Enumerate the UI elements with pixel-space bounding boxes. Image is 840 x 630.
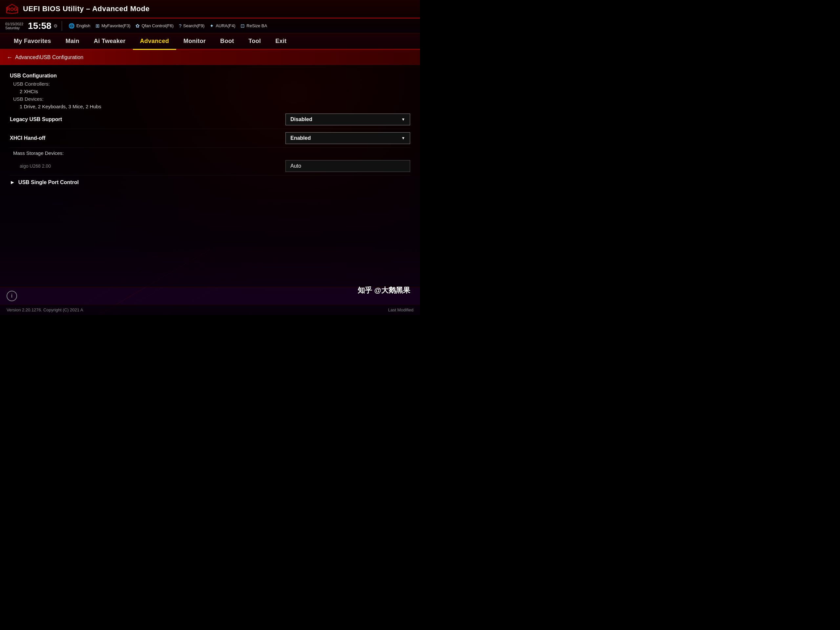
usb-controllers-value: 2 XHCIs (10, 88, 410, 95)
xhci-handoff-label: XHCI Hand-off (10, 135, 45, 141)
time-block: 15:58 ⚙ (28, 21, 58, 30)
usb-devices-value: 1 Drive, 2 Keyboards, 3 Mice, 2 Hubs (10, 103, 410, 110)
nav-item-monitor[interactable]: Monitor (176, 33, 213, 50)
myfavorite-button[interactable]: ⊞ MyFavorite(F3) (93, 22, 133, 30)
nav-item-boot[interactable]: Boot (213, 33, 241, 50)
usb-single-port-expand-icon: ► (10, 180, 15, 185)
footer-modified: Last Modified (388, 308, 414, 313)
qfan-button[interactable]: ✿ Qfan Control(F6) (133, 22, 176, 30)
aigo-device-dropdown[interactable]: Auto (286, 160, 410, 172)
xhci-handoff-dropdown[interactable]: Enabled ▼ (286, 132, 410, 144)
xhci-handoff-value: Enabled (291, 135, 311, 141)
divider (62, 21, 62, 31)
search-button[interactable]: ? Search(F9) (176, 22, 207, 29)
legacy-usb-dropdown[interactable]: Disabled ▼ (286, 114, 410, 125)
dropdown-arrow-icon: ▼ (401, 117, 405, 122)
aigo-device-value: Auto (291, 163, 301, 169)
aura-button[interactable]: ✦ AURA(F4) (207, 22, 238, 30)
nav-bar: My Favorites Main Ai Tweaker Advanced Mo… (0, 33, 420, 50)
breadcrumb-back-button[interactable]: ← (6, 54, 13, 61)
watermark: 知乎 @大鹅黑果 (358, 286, 410, 295)
header-bar: ROG UEFI BIOS Utility – Advanced Mode (0, 0, 420, 18)
section-title: USB Configuration (10, 70, 410, 80)
nav-item-main[interactable]: Main (58, 33, 87, 50)
fan-icon: ✿ (136, 23, 140, 29)
nav-item-advanced[interactable]: Advanced (133, 33, 176, 50)
globe-icon: 🌐 (69, 23, 75, 29)
legacy-usb-label: Legacy USB Support (10, 117, 62, 122)
nav-item-ai-tweaker[interactable]: Ai Tweaker (87, 33, 133, 50)
dropdown-arrow-icon-2: ▼ (401, 136, 405, 141)
usb-single-port-row[interactable]: ► USB Single Port Control (10, 175, 410, 189)
rog-logo-icon: ROG (5, 4, 19, 14)
footer-version: Version 2.20.1276. Copyright (C) 2021 A (6, 308, 83, 313)
usb-controllers-label: USB Controllers: (10, 80, 410, 88)
mass-storage-label-row: Mass Storage Devices: (10, 148, 410, 157)
bottom-area: i (0, 287, 420, 305)
datetime-block: 01/15/2022 Saturday (5, 22, 23, 30)
bios-title: UEFI BIOS Utility – Advanced Mode (23, 5, 150, 13)
nav-item-exit[interactable]: Exit (268, 33, 294, 50)
xhci-handoff-row: XHCI Hand-off Enabled ▼ (10, 129, 410, 148)
resize-button[interactable]: ⊡ ReSize BA (238, 22, 270, 30)
resize-icon: ⊡ (240, 23, 245, 29)
favorite-icon: ⊞ (95, 23, 100, 29)
footer-bar: Version 2.20.1276. Copyright (C) 2021 A … (0, 305, 420, 315)
usb-single-port-label: USB Single Port Control (18, 180, 79, 185)
usb-devices-label: USB Devices: (10, 95, 410, 103)
aura-icon: ✦ (210, 23, 214, 29)
nav-item-my-favorites[interactable]: My Favorites (6, 33, 58, 50)
gear-icon[interactable]: ⚙ (54, 23, 58, 28)
time-display: 15:58 (28, 21, 52, 30)
date-text: 01/15/2022 Saturday (5, 22, 23, 30)
legacy-usb-value: Disabled (291, 117, 313, 122)
language-button[interactable]: 🌐 English (66, 22, 93, 30)
breadcrumb-bar: ← Advanced\USB Configuration (0, 50, 420, 65)
content-area: USB Configuration USB Controllers: 2 XHC… (0, 65, 420, 287)
legacy-usb-support-row: Legacy USB Support Disabled ▼ (10, 110, 410, 129)
info-bar: 01/15/2022 Saturday 15:58 ⚙ 🌐 English ⊞ … (0, 18, 420, 33)
aigo-device-label: aigo U268 2.00 (10, 163, 51, 169)
aigo-device-row: aigo U268 2.00 Auto (10, 157, 410, 175)
breadcrumb-path: Advanced\USB Configuration (15, 54, 83, 60)
info-icon[interactable]: i (6, 291, 17, 301)
search-icon: ? (179, 23, 182, 28)
nav-item-tool[interactable]: Tool (241, 33, 268, 50)
mass-storage-label: Mass Storage Devices: (10, 150, 64, 156)
svg-text:ROG: ROG (7, 6, 17, 12)
